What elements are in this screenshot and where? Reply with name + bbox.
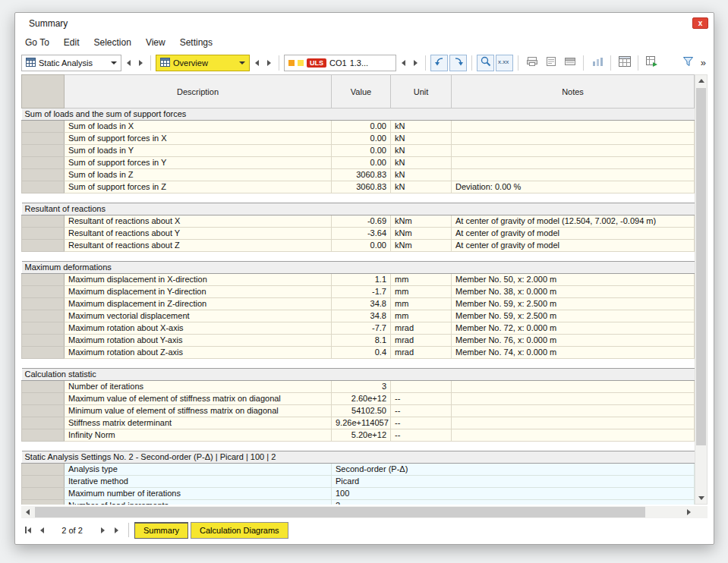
row-gutter[interactable] [22,500,65,505]
next-view-button[interactable] [263,55,274,71]
cell-unit[interactable]: -- [391,405,452,417]
cell-unit[interactable]: kNm [391,215,452,228]
cell-unit[interactable]: mm [391,274,452,286]
cell-notes[interactable] [452,145,695,157]
filter-button[interactable] [679,55,697,71]
tab-summary[interactable]: Summary [134,522,188,539]
cell-value[interactable]: -7.7 [332,322,391,335]
cell-notes[interactable]: Member No. 38, x: 0.000 m [452,286,695,298]
tab-calculation-diagrams[interactable]: Calculation Diagrams [191,522,288,539]
prev-load-case-button[interactable] [398,55,408,71]
cell-value[interactable]: 34.8 [332,298,391,310]
table-row[interactable]: Resultant of reactions about Z0.00kNmAt … [22,240,695,252]
cell-value[interactable]: 0.4 [332,347,391,359]
table-row[interactable]: Sum of support forces in Z3060.83kNDevia… [22,181,695,193]
cell-description[interactable]: Maximum rotation about Y-axis [65,335,332,347]
row-gutter[interactable] [22,286,65,298]
cell-notes[interactable] [452,405,695,417]
cell-description[interactable]: Analysis type [65,464,332,476]
cell-description[interactable]: Iterative method [65,476,332,488]
row-gutter[interactable] [22,228,65,240]
cell-value[interactable]: 34.8 [332,310,391,322]
jump-forward-button[interactable] [449,55,467,71]
prev-view-button[interactable] [251,55,262,71]
menu-selection[interactable]: Selection [94,37,131,48]
scroll-right-button[interactable] [682,506,695,518]
toolbar-overflow-button[interactable]: » [699,57,708,68]
cell-notes[interactable] [452,133,695,145]
table-row[interactable]: Sum of support forces in Y0.00kN [22,157,695,169]
menu-settings[interactable]: Settings [180,37,213,48]
export-table-button[interactable] [643,55,660,71]
cell-description[interactable]: Maximum displacement in X-direction [65,274,332,286]
row-gutter[interactable] [22,335,65,347]
table-row[interactable]: Sum of loads in Y0.00kN [22,145,695,157]
cell-value[interactable]: 2 [332,500,695,505]
cell-notes[interactable] [452,169,695,181]
row-gutter[interactable] [22,215,65,228]
report-button[interactable] [561,55,578,71]
table-row[interactable]: Sum of support forces in X0.00kN [22,133,695,145]
first-page-button[interactable] [21,524,35,537]
cell-value[interactable]: 0.00 [332,240,391,252]
cell-unit[interactable]: kN [391,121,452,133]
cell-unit[interactable]: -- [391,393,452,405]
cell-unit[interactable] [391,381,452,393]
table-row[interactable]: Maximum displacement in Y-direction-1.7m… [22,286,695,298]
cell-value[interactable]: -3.64 [332,228,391,240]
cell-unit[interactable]: mrad [391,322,452,335]
cell-unit[interactable]: kN [391,169,452,181]
cell-unit[interactable]: mrad [391,335,452,347]
cell-description[interactable]: Sum of loads in Y [65,145,332,157]
row-gutter[interactable] [22,310,65,322]
cell-notes[interactable]: Member No. 59, x: 2.500 m [452,298,695,310]
row-gutter[interactable] [22,157,65,169]
cell-unit[interactable]: kN [391,157,452,169]
cell-value[interactable]: 2.60e+12 [332,393,391,405]
cell-value[interactable]: 1.1 [332,274,391,286]
cell-description[interactable]: Stiffness matrix determinant [65,417,332,429]
cell-value[interactable]: 0.00 [332,145,391,157]
cell-notes[interactable]: Member No. 74, x: 0.000 m [452,347,695,359]
cell-notes[interactable] [452,429,695,442]
row-gutter[interactable] [22,274,65,286]
cell-description[interactable]: Maximum rotation about X-axis [65,322,332,335]
cell-value[interactable]: 5.20e+12 [332,429,391,442]
table-row[interactable]: Resultant of reactions about X-0.69kNmAt… [22,215,695,228]
cell-value[interactable]: 3060.83 [332,181,391,193]
cell-description[interactable]: Sum of loads in Z [65,169,332,181]
cell-value[interactable]: -0.69 [332,215,391,228]
cell-value[interactable]: 3060.83 [332,169,391,181]
row-gutter[interactable] [22,322,65,335]
row-gutter[interactable] [22,121,65,133]
scroll-up-button[interactable] [695,75,707,86]
cell-unit[interactable]: kN [391,133,452,145]
row-gutter[interactable] [22,298,65,310]
cell-unit[interactable]: mm [391,286,452,298]
section-header-row[interactable]: Maximum deformations [22,262,695,274]
cell-description[interactable]: Maximum displacement in Y-direction [65,286,332,298]
cell-value[interactable]: 54102.50 [332,405,391,417]
table-row[interactable]: Maximum rotation about X-axis-7.7mradMem… [22,322,695,335]
cell-value[interactable]: Picard [332,476,695,488]
horizontal-scroll-track[interactable] [33,506,682,518]
row-gutter[interactable] [22,133,65,145]
table-row[interactable]: Number of iterations3 [22,381,695,393]
cell-value[interactable]: 0.00 [332,121,391,133]
table-row[interactable]: Iterative methodPicard [22,476,695,488]
cell-notes[interactable] [452,381,695,393]
table-row[interactable]: Number of load increments2 [22,500,695,505]
row-gutter[interactable] [22,169,65,181]
row-gutter[interactable] [22,476,65,488]
row-gutter[interactable] [22,240,65,252]
scroll-down-button[interactable] [695,492,707,504]
table-row[interactable]: Maximum vectorial displacement34.8mmMemb… [22,310,695,322]
cell-notes[interactable]: Deviation: 0.00 % [452,181,695,193]
cell-description[interactable]: Minimum value of element of stiffness ma… [65,405,332,417]
cell-notes[interactable]: Member No. 72, x: 0.000 m [452,322,695,335]
table-row[interactable]: Infinity Norm5.20e+12-- [22,429,695,442]
cell-unit[interactable]: mm [391,310,452,322]
menu-goto[interactable]: Go To [25,37,49,48]
section-header-row[interactable]: Sum of loads and the sum of support forc… [22,109,695,121]
cell-notes[interactable]: Member No. 76, x: 0.000 m [452,335,695,347]
